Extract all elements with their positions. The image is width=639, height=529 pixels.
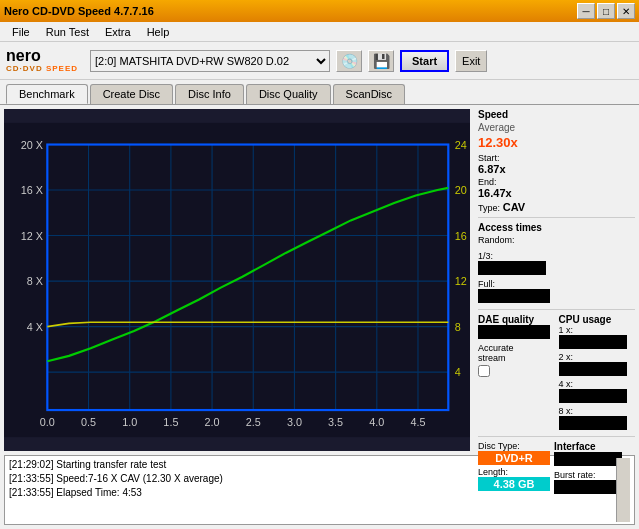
menu-bar: File Run Test Extra Help: [0, 22, 639, 42]
svg-text:4.5: 4.5: [410, 416, 425, 428]
full-label: Full:: [478, 279, 635, 289]
svg-text:1.0: 1.0: [122, 416, 137, 428]
close-button[interactable]: ✕: [617, 3, 635, 19]
accurate-stream-checkbox[interactable]: [478, 365, 490, 377]
log-line-2: [21:33:55] Elapsed Time: 4:53: [9, 486, 616, 500]
disc-icon-button[interactable]: 💿: [336, 50, 362, 72]
svg-text:2.5: 2.5: [246, 416, 261, 428]
menu-file[interactable]: File: [4, 24, 38, 40]
start-label: Start:: [478, 153, 506, 163]
svg-text:20: 20: [455, 184, 467, 196]
svg-text:0.5: 0.5: [81, 416, 96, 428]
dae-box: [478, 325, 550, 339]
one-third-box: [478, 261, 546, 275]
log-scrollbar[interactable]: [616, 458, 630, 522]
cpu-1x-label: 1 x:: [559, 325, 636, 335]
random-label: Random:: [478, 235, 635, 245]
speed-chart: 20 X 16 X 12 X 8 X 4 X 24 20 16 12 8 4 0…: [4, 109, 470, 451]
svg-text:12 X: 12 X: [21, 230, 43, 242]
interface-label: Interface: [554, 441, 622, 452]
nero-brand: nero: [6, 48, 41, 64]
main-content: 20 X 16 X 12 X 8 X 4 X 24 20 16 12 8 4 0…: [0, 104, 639, 455]
svg-text:24: 24: [455, 139, 467, 151]
svg-text:20 X: 20 X: [21, 139, 43, 151]
menu-extra[interactable]: Extra: [97, 24, 139, 40]
svg-text:8: 8: [455, 321, 461, 333]
average-label: Average: [478, 122, 635, 133]
svg-text:1.5: 1.5: [163, 416, 178, 428]
end-label: End:: [478, 177, 512, 187]
svg-text:3.0: 3.0: [287, 416, 302, 428]
average-value: 12.30x: [478, 135, 635, 150]
cpu-2x-box: [559, 362, 627, 376]
log-line-0: [21:29:02] Starting transfer rate test: [9, 458, 616, 472]
cpu-8x-label: 8 x:: [559, 406, 636, 416]
accurate-stream-checkbox-area: [478, 365, 555, 377]
type-label: Type:: [478, 203, 500, 213]
svg-text:3.5: 3.5: [328, 416, 343, 428]
log-area: [21:29:02] Starting transfer rate test […: [4, 455, 635, 525]
nero-sub-brand: CD·DVD SPEED: [6, 64, 78, 73]
chart-area: 20 X 16 X 12 X 8 X 4 X 24 20 16 12 8 4 0…: [4, 109, 470, 451]
save-icon-button[interactable]: 💾: [368, 50, 394, 72]
nero-logo: nero CD·DVD SPEED: [6, 48, 78, 73]
tab-disc-info[interactable]: Disc Info: [175, 84, 244, 104]
dae-section: DAE quality Accurate stream: [478, 314, 555, 432]
stream-label: stream: [478, 353, 555, 363]
cpu-section: CPU usage 1 x: 2 x: 4 x: 8 x:: [559, 314, 636, 432]
cpu-4x-box: [559, 389, 627, 403]
svg-text:16: 16: [455, 230, 467, 242]
right-panel: Speed Average 12.30x Start: 6.87x End: 1…: [474, 105, 639, 455]
tab-create-disc[interactable]: Create Disc: [90, 84, 173, 104]
tab-scan-disc[interactable]: ScanDisc: [333, 84, 405, 104]
cpu-label: CPU usage: [559, 314, 636, 325]
svg-text:4: 4: [455, 366, 461, 378]
menu-help[interactable]: Help: [139, 24, 178, 40]
log-content: [21:29:02] Starting transfer rate test […: [9, 458, 616, 522]
cpu-2x-label: 2 x:: [559, 352, 636, 362]
title-bar: Nero CD-DVD Speed 4.7.7.16 ─ □ ✕: [0, 0, 639, 22]
cpu-1x-box: [559, 335, 627, 349]
menu-run-test[interactable]: Run Test: [38, 24, 97, 40]
exit-button[interactable]: Exit: [455, 50, 487, 72]
svg-text:16 X: 16 X: [21, 184, 43, 196]
toolbar: nero CD·DVD SPEED [2:0] MATSHITA DVD+RW …: [0, 42, 639, 80]
access-times-label: Access times: [478, 222, 635, 233]
start-value: 6.87x: [478, 163, 506, 175]
accurate-label: Accurate: [478, 343, 555, 353]
svg-text:4 X: 4 X: [27, 321, 43, 333]
tab-bar: Benchmark Create Disc Disc Info Disc Qua…: [0, 80, 639, 104]
window-controls: ─ □ ✕: [577, 3, 635, 19]
dae-label: DAE quality: [478, 314, 555, 325]
speed-section-label: Speed: [478, 109, 635, 120]
svg-text:2.0: 2.0: [205, 416, 220, 428]
svg-text:12: 12: [455, 275, 467, 287]
type-value: CAV: [503, 201, 525, 213]
one-third-label: 1/3:: [478, 251, 546, 261]
svg-text:0.0: 0.0: [40, 416, 55, 428]
end-value: 16.47x: [478, 187, 512, 199]
start-button[interactable]: Start: [400, 50, 449, 72]
drive-selector[interactable]: [2:0] MATSHITA DVD+RW SW820 D.02: [90, 50, 330, 72]
maximize-button[interactable]: □: [597, 3, 615, 19]
full-box: [478, 289, 550, 303]
minimize-button[interactable]: ─: [577, 3, 595, 19]
log-line-1: [21:33:55] Speed:7-16 X CAV (12.30 X ave…: [9, 472, 616, 486]
svg-text:8 X: 8 X: [27, 275, 43, 287]
cpu-8x-box: [559, 416, 627, 430]
cpu-4x-label: 4 x:: [559, 379, 636, 389]
svg-text:4.0: 4.0: [369, 416, 384, 428]
tab-disc-quality[interactable]: Disc Quality: [246, 84, 331, 104]
tab-benchmark[interactable]: Benchmark: [6, 84, 88, 104]
window-title: Nero CD-DVD Speed 4.7.7.16: [4, 5, 154, 17]
disc-type-label: Disc Type:: [478, 441, 550, 451]
